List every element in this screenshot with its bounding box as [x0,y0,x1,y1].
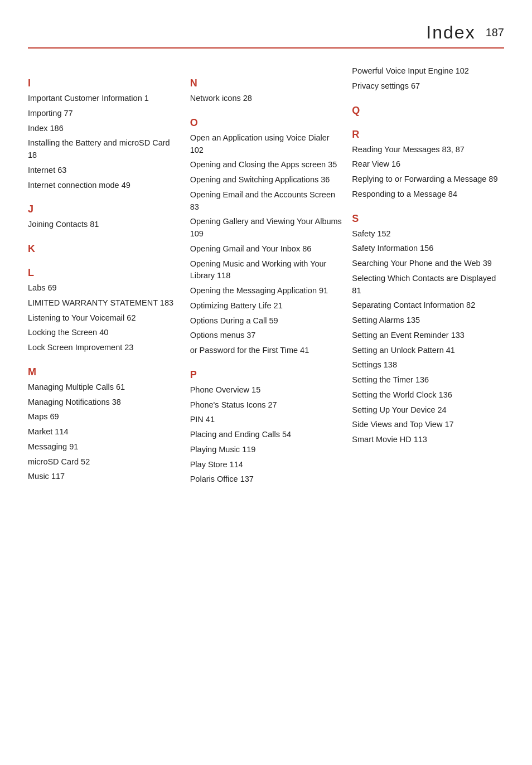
index-entry: Reading Your Messages 83, 87 [352,144,504,156]
column-3: Powerful Voice Input Engine 102Privacy s… [352,65,504,488]
index-entry: Phone's Status Icons 27 [190,399,342,411]
index-entry: Internet 63 [28,164,180,177]
index-entry: Play Store 114 [190,459,342,471]
index-entry: Maps 69 [28,411,180,423]
index-entry: Options menus 37 [190,330,342,342]
index-entry: Setting Up Your Device 24 [352,404,504,417]
index-entry: Locking the Screen 40 [28,327,180,339]
section-letter-O: O [190,117,342,129]
header-title: Index [426,22,475,43]
index-entry: Searching Your Phone and the Web 39 [352,258,504,270]
index-entry: Side Views and Top View 17 [352,419,504,431]
index-entry: Open an Application using Voice Dialer 1… [190,132,342,157]
section-letter-P: P [190,369,342,381]
column-1: IImportant Customer Information 1Importi… [28,65,190,488]
index-entry: Setting an Event Reminder 133 [352,330,504,342]
index-entry: Opening Music and Working with Your Libr… [190,258,342,283]
index-entry: Internet connection mode 49 [28,180,180,192]
page-container: Index 187 IImportant Customer Informatio… [0,0,532,765]
index-entry: Settings 138 [352,359,504,371]
section-letter-M: M [28,366,180,378]
index-entry: Rear View 16 [352,158,504,171]
index-entry: Safety 152 [352,228,504,240]
index-entry: Privacy settings 67 [352,80,504,93]
section-letter-R: R [352,129,504,141]
index-entry: or Password for the First Time 41 [190,345,342,357]
header-page-number: 187 [486,26,504,39]
index-entry: Placing and Ending Calls 54 [190,429,342,441]
index-entry: Opening Gmail and Your Inbox 86 [190,243,342,255]
section-letter-I: I [28,78,180,89]
index-entry: Setting the Timer 136 [352,374,504,386]
index-entry: Polaris Office 137 [190,473,342,486]
index-entry: Selecting Which Contacts are Displayed 8… [352,273,504,297]
section-letter-S: S [352,213,504,225]
index-entry: Setting an Unlock Pattern 41 [352,345,504,357]
index-entry: Messaging 91 [28,441,180,453]
section-letter-Q: Q [352,105,504,117]
section-letter-J: J [28,204,180,215]
index-entry: Labs 69 [28,282,180,294]
index-entry: Market 114 [28,426,180,438]
index-columns: IImportant Customer Information 1Importi… [28,65,504,488]
index-entry: Opening and Switching Applications 36 [190,174,342,186]
section-letter-N: N [190,78,342,89]
column-2: NNetwork icons 28OOpen an Application us… [190,65,352,488]
index-entry: Setting Alarms 135 [352,314,504,327]
index-entry: Playing Music 119 [190,444,342,456]
index-entry: Music 117 [28,471,180,483]
index-entry: Opening Email and the Accounts Screen 83 [190,189,342,214]
index-entry: Importing 77 [28,108,180,120]
index-entry: Opening Gallery and Viewing Your Albums … [190,216,342,240]
index-entry: Joining Contacts 81 [28,219,180,231]
index-entry: microSD Card 52 [28,456,180,468]
index-entry: Setting the World Clock 136 [352,389,504,401]
index-entry: Opening the Messaging Application 91 [190,285,342,297]
section-letter-K: K [28,243,180,255]
index-entry: LIMITED WARRANTY STATEMENT 183 [28,297,180,309]
index-entry: Phone Overview 15 [190,384,342,396]
page-header: Index 187 [28,22,504,49]
index-entry: Replying to or Forwarding a Message 89 [352,173,504,186]
section-letter-L: L [28,267,180,279]
index-entry: Managing Notifications 38 [28,396,180,409]
index-entry: Important Customer Information 1 [28,93,180,105]
index-entry: Optimizing Battery Life 21 [190,300,342,312]
index-entry: Managing Multiple Calls 61 [28,381,180,394]
index-entry: Listening to Your Voicemail 62 [28,312,180,325]
index-entry: Smart Movie HD 113 [352,434,504,446]
index-entry: Opening and Closing the Apps screen 35 [190,159,342,171]
index-entry: Network icons 28 [190,93,342,105]
index-entry: Index 186 [28,123,180,135]
index-entry: Responding to a Message 84 [352,188,504,201]
index-entry: Options During a Call 59 [190,315,342,327]
index-entry: Powerful Voice Input Engine 102 [352,65,504,78]
index-entry: Installing the Battery and microSD Card … [28,137,180,162]
index-entry: Separating Contact Information 82 [352,299,504,312]
index-entry: PIN 41 [190,414,342,426]
index-entry: Safety Information 156 [352,243,504,255]
index-entry: Lock Screen Improvement 23 [28,342,180,354]
